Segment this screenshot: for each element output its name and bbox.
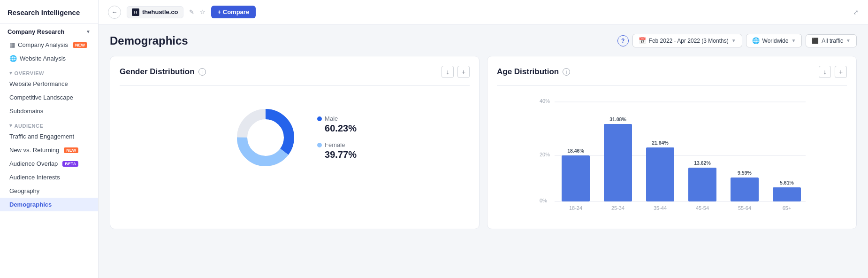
bar-65plus	[773, 187, 801, 201]
donut-legend: Male 60.23% Female 39.77%	[317, 115, 357, 160]
bar-label-55-64: 9.59%	[738, 170, 752, 176]
age-title-row: Age Distribution i	[497, 67, 570, 77]
gender-title-row: Gender Distribution i	[120, 67, 206, 77]
sidebar-item-subdomains[interactable]: Subdomains	[0, 104, 98, 118]
svg-point-3	[249, 121, 282, 154]
bar-chart-area: 40% 20% 0% 18.46% 18-24	[497, 95, 847, 219]
competitive-landscape-label: Competitive Landscape	[9, 94, 73, 101]
female-legend-item: Female 39.77%	[317, 141, 357, 160]
bar-35-44	[646, 147, 674, 201]
company-research-chevron: ▼	[86, 29, 91, 34]
male-label: Male	[325, 115, 338, 122]
globe-filter-icon: 🌐	[752, 37, 760, 44]
male-label-row: Male	[317, 115, 357, 122]
x-label-35-44: 35-44	[654, 205, 667, 211]
geography-label: Geography	[9, 187, 39, 194]
female-label-row: Female	[317, 141, 357, 148]
beta-badge: BETA	[62, 161, 78, 167]
bar-55-64	[731, 178, 759, 201]
gender-chart-card: Gender Distribution i ↓ +	[110, 56, 480, 229]
site-favicon: H	[132, 8, 139, 16]
bar-18-24	[562, 155, 590, 201]
new-badge-company: NEW	[73, 42, 87, 48]
page-header: Demographics ? 📅 Feb 2022 - Apr 2022 (3 …	[110, 34, 857, 47]
traffic-filter-label: All traffic	[822, 38, 843, 44]
website-analysis-label: Website Analysis	[20, 55, 66, 62]
x-label-65plus: 65+	[783, 205, 792, 211]
y-label-40: 40%	[540, 98, 550, 104]
company-analysis-label: Company Analysis	[18, 41, 68, 48]
company-research-label: Company Research	[8, 28, 64, 35]
main-content: ← H thehustle.co ✎ ☆ + Compare ⤢ Demogra…	[99, 0, 868, 278]
sidebar-item-competitive-landscape[interactable]: Competitive Landscape	[0, 91, 98, 104]
gender-add-button[interactable]: +	[457, 66, 470, 78]
gender-download-button[interactable]: ↓	[442, 66, 454, 78]
x-label-55-64: 55-64	[738, 205, 751, 211]
bar-label-25-34: 31.08%	[609, 116, 626, 122]
expand-icon[interactable]: ⤢	[853, 8, 859, 16]
star-icon[interactable]: ☆	[200, 8, 206, 15]
overview-sub-label: ▾ Overview	[0, 65, 98, 77]
charts-grid: Gender Distribution i ↓ +	[110, 56, 857, 229]
sidebar-item-audience-interests[interactable]: Audience Interests	[0, 170, 98, 184]
grid-icon: ▦	[9, 41, 15, 48]
sidebar-item-new-returning[interactable]: New vs. Returning NEW	[0, 143, 98, 157]
gender-divider	[120, 85, 470, 86]
female-dot	[317, 143, 322, 147]
geo-filter-button[interactable]: 🌐 Worldwide ▼	[746, 34, 802, 47]
gender-info-icon[interactable]: i	[198, 68, 206, 76]
age-chart-card: Age Distribution i ↓ + 40% 20% 0%	[487, 56, 857, 229]
sidebar-item-geography[interactable]: Geography	[0, 184, 98, 198]
x-label-18-24: 18-24	[569, 205, 582, 211]
audience-overlap-label: Audience Overlap	[9, 160, 58, 167]
bar-label-18-24: 18.46%	[567, 148, 584, 154]
x-label-25-34: 25-34	[611, 205, 624, 211]
age-info-icon[interactable]: i	[563, 68, 570, 76]
bar-label-65plus: 5.61%	[780, 180, 794, 185]
age-download-button[interactable]: ↓	[819, 66, 831, 78]
gender-chart-title: Gender Distribution	[120, 67, 195, 77]
help-icon[interactable]: ?	[617, 35, 629, 46]
site-badge: H thehustle.co	[127, 6, 183, 18]
compare-button[interactable]: + Compare	[211, 6, 256, 18]
x-label-45-54: 45-54	[696, 205, 709, 211]
sidebar-item-audience-overlap[interactable]: Audience Overlap BETA	[0, 157, 98, 170]
bar-25-34	[604, 124, 632, 201]
donut-chart	[233, 105, 298, 170]
subdomains-label: Subdomains	[9, 108, 43, 115]
sidebar-item-company-analysis[interactable]: ▦ Company Analysis NEW	[0, 38, 98, 52]
sidebar-item-demographics[interactable]: Demographics	[0, 198, 98, 211]
edit-icon[interactable]: ✎	[189, 8, 194, 15]
company-research-section[interactable]: Company Research ▼	[0, 23, 98, 38]
app-title: Research Intelligence	[0, 0, 98, 23]
date-chevron-icon: ▼	[731, 38, 736, 43]
y-label-0: 0%	[540, 198, 547, 203]
traffic-filter-button[interactable]: ⬛ All traffic ▼	[806, 34, 857, 47]
sidebar: Research Intelligence Company Research ▼…	[0, 0, 99, 278]
male-value: 60.23%	[325, 123, 357, 134]
sidebar-item-website-analysis[interactable]: 🌐 Website Analysis	[0, 52, 98, 65]
back-button[interactable]: ←	[108, 6, 121, 19]
audience-sub-label: ▾ Audience	[0, 118, 98, 130]
age-divider	[497, 85, 847, 86]
age-chart-actions: ↓ +	[819, 66, 847, 78]
traffic-chevron-icon: ▼	[846, 38, 851, 43]
sidebar-item-website-performance[interactable]: Website Performance	[0, 77, 98, 91]
date-filter-button[interactable]: 📅 Feb 2022 - Apr 2022 (3 Months) ▼	[632, 34, 742, 47]
date-filter-label: Feb 2022 - Apr 2022 (3 Months)	[649, 38, 729, 44]
traffic-engagement-label: Traffic and Engagement	[9, 133, 74, 140]
age-add-button[interactable]: +	[835, 66, 847, 78]
new-badge-returning: NEW	[64, 147, 78, 153]
new-returning-label: New vs. Returning	[9, 147, 59, 154]
bar-label-45-54: 13.62%	[694, 160, 711, 166]
audience-interests-label: Audience Interests	[9, 174, 60, 181]
female-label: Female	[325, 141, 345, 148]
donut-container: Male 60.23% Female 39.77%	[120, 95, 470, 175]
header-bar: ← H thehustle.co ✎ ☆ + Compare ⤢	[99, 0, 868, 24]
content-area: Demographics ? 📅 Feb 2022 - Apr 2022 (3 …	[99, 24, 868, 278]
geo-filter-label: Worldwide	[762, 38, 789, 44]
sidebar-item-traffic-engagement[interactable]: Traffic and Engagement	[0, 130, 98, 143]
male-legend-item: Male 60.23%	[317, 115, 357, 134]
y-label-20: 20%	[540, 152, 550, 157]
site-name: thehustle.co	[142, 8, 178, 15]
